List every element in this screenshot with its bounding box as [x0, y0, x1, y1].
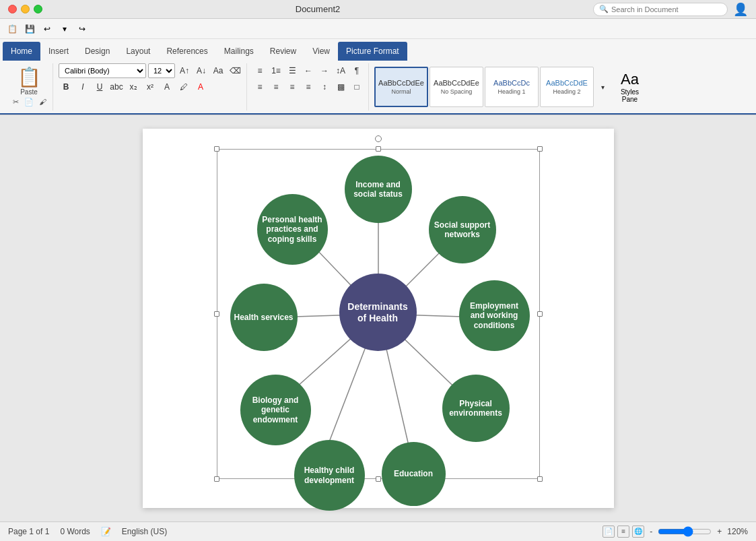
zoom-out-icon[interactable]: -: [650, 527, 652, 536]
node-income[interactable]: Income andsocial status: [345, 156, 412, 223]
clear-format-icon[interactable]: ⌫: [228, 63, 242, 78]
node-health-services[interactable]: Health services: [230, 284, 298, 351]
paste-button[interactable]: 📋 Paste: [18, 66, 41, 96]
ribbon-content: 📋 Paste ✂ 📄 🖌 Calibri (Body) 12 A↑ A↓ Aa: [0, 61, 756, 115]
font-size-select[interactable]: 12: [148, 63, 175, 78]
cut-icon[interactable]: ✂: [9, 96, 22, 108]
tab-picture-format[interactable]: Picture Format: [338, 42, 407, 61]
font-color-icon[interactable]: A: [193, 79, 208, 94]
node-education[interactable]: Education: [382, 442, 446, 506]
style-heading2[interactable]: AaBbCcDdE Heading 2: [540, 67, 594, 107]
rotate-handle[interactable]: [375, 135, 382, 142]
zoom-slider[interactable]: [658, 526, 712, 537]
bullets-icon[interactable]: ≡: [252, 63, 267, 78]
node-center[interactable]: Determinantsof Health: [339, 274, 417, 351]
node-social[interactable]: Social supportnetworks: [429, 196, 496, 263]
styles-pane-icon: Aa: [621, 71, 639, 88]
clipboard-group: 📋 Paste ✂ 📄 🖌: [5, 63, 53, 110]
node-physical[interactable]: Physicalenvironments: [442, 375, 510, 442]
subscript-icon[interactable]: x₂: [126, 79, 141, 94]
shading-icon[interactable]: ▩: [333, 79, 348, 94]
search-box[interactable]: 🔍: [593, 3, 728, 16]
document-area[interactable]: Determinantsof Health Income andsocial s…: [0, 115, 756, 521]
maximize-button[interactable]: [34, 5, 42, 13]
handle-bl[interactable]: [214, 476, 219, 482]
text-highlight-icon[interactable]: 🖊: [176, 79, 191, 94]
tab-mailings[interactable]: Mailings: [216, 42, 262, 61]
minimize-button[interactable]: [21, 5, 30, 13]
numbering-icon[interactable]: 1≡: [269, 63, 283, 78]
copy-icon[interactable]: 📄: [23, 96, 35, 108]
redo-icon[interactable]: ↪: [75, 22, 89, 36]
style-no-spacing-label: No Spacing: [441, 88, 473, 95]
save-icon[interactable]: 💾: [23, 22, 36, 36]
justify-icon[interactable]: ≡: [301, 79, 316, 94]
format-painter-icon[interactable]: 🖌: [36, 96, 48, 108]
bold-button[interactable]: B: [59, 79, 73, 94]
sort-icon[interactable]: ↕A: [333, 63, 348, 78]
undo-icon[interactable]: ↩: [40, 22, 54, 36]
styles-pane-button[interactable]: Aa StylesPane: [611, 68, 648, 106]
style-heading2-sample: AaBbCcDdE: [546, 79, 588, 87]
strikethrough-icon[interactable]: abc: [109, 79, 124, 94]
tab-references[interactable]: References: [158, 42, 215, 61]
decrease-font-icon[interactable]: A↓: [194, 63, 209, 78]
close-button[interactable]: [8, 5, 17, 13]
node-child[interactable]: Healthy childdevelopment: [294, 440, 365, 511]
decrease-indent-icon[interactable]: ←: [301, 63, 316, 78]
line-spacing-icon[interactable]: ↕: [317, 79, 332, 94]
handle-tl[interactable]: [214, 146, 219, 152]
tab-home[interactable]: Home: [3, 42, 40, 61]
language-icon[interactable]: 📝: [101, 527, 111, 536]
show-formatting-icon[interactable]: ¶: [349, 63, 364, 78]
tab-review[interactable]: Review: [262, 42, 304, 61]
handle-mr[interactable]: [537, 311, 543, 317]
node-employment[interactable]: Employmentand workingconditions: [459, 280, 530, 351]
search-icon: 🔍: [599, 5, 609, 13]
text-effects-icon[interactable]: A: [160, 79, 174, 94]
handle-tr[interactable]: [537, 146, 543, 152]
print-layout-icon[interactable]: 📄: [603, 526, 615, 538]
style-heading1[interactable]: AaBbCcDc Heading 1: [485, 67, 539, 107]
document-page: Determinantsof Health Income andsocial s…: [143, 129, 614, 508]
underline-button[interactable]: U: [92, 79, 107, 94]
web-layout-icon[interactable]: 🌐: [632, 526, 644, 538]
align-left-icon[interactable]: ≡: [252, 79, 267, 94]
handle-ml[interactable]: [214, 311, 219, 317]
zoom-level: 120%: [727, 527, 748, 536]
style-no-spacing[interactable]: AaBbCcDdEe No Spacing: [429, 67, 483, 107]
align-right-icon[interactable]: ≡: [285, 79, 300, 94]
clipboard-icon[interactable]: 📋: [5, 22, 19, 36]
paragraph-group: ≡ 1≡ ☰ ← → ↕A ¶ ≡ ≡ ≡ ≡ ↕ ▩ □: [248, 63, 369, 110]
align-center-icon[interactable]: ≡: [269, 79, 283, 94]
font-name-select[interactable]: Calibri (Body): [59, 63, 146, 78]
tab-view[interactable]: View: [304, 42, 338, 61]
handle-tm[interactable]: [376, 146, 381, 152]
paste-sub: ✂ 📄 🖌: [9, 96, 48, 108]
account-icon[interactable]: 👤: [733, 2, 748, 17]
change-case-icon[interactable]: Aa: [211, 63, 226, 78]
search-input[interactable]: [611, 5, 722, 13]
borders-icon[interactable]: □: [349, 79, 364, 94]
handle-br[interactable]: [537, 476, 543, 482]
page-info: Page 1 of 1: [8, 527, 49, 536]
italic-button[interactable]: I: [75, 79, 90, 94]
style-normal-label: Normal: [391, 88, 411, 95]
increase-indent-icon[interactable]: →: [317, 63, 332, 78]
zoom-in-icon[interactable]: +: [717, 527, 722, 536]
tab-design[interactable]: Design: [77, 42, 118, 61]
font-row2: B I U abc x₂ x² A 🖊 A: [59, 79, 208, 94]
tab-layout[interactable]: Layout: [118, 42, 158, 61]
superscript-icon[interactable]: x²: [143, 79, 158, 94]
tab-insert[interactable]: Insert: [40, 42, 77, 61]
read-mode-icon[interactable]: ≡: [617, 526, 629, 538]
increase-font-icon[interactable]: A↑: [177, 63, 192, 78]
handle-bm[interactable]: [376, 476, 381, 482]
style-normal[interactable]: AaBbCcDdEe Normal: [374, 67, 428, 107]
node-biology[interactable]: Biology andgeneticendowment: [240, 375, 311, 445]
multilevel-list-icon[interactable]: ☰: [285, 63, 300, 78]
diagram-container[interactable]: Determinantsof Health Income andsocial s…: [217, 149, 540, 479]
undo-dropdown-icon[interactable]: ▾: [58, 22, 71, 36]
node-personal[interactable]: Personal healthpractices andcoping skill…: [257, 194, 328, 265]
more-styles-icon[interactable]: ▾: [595, 79, 610, 94]
